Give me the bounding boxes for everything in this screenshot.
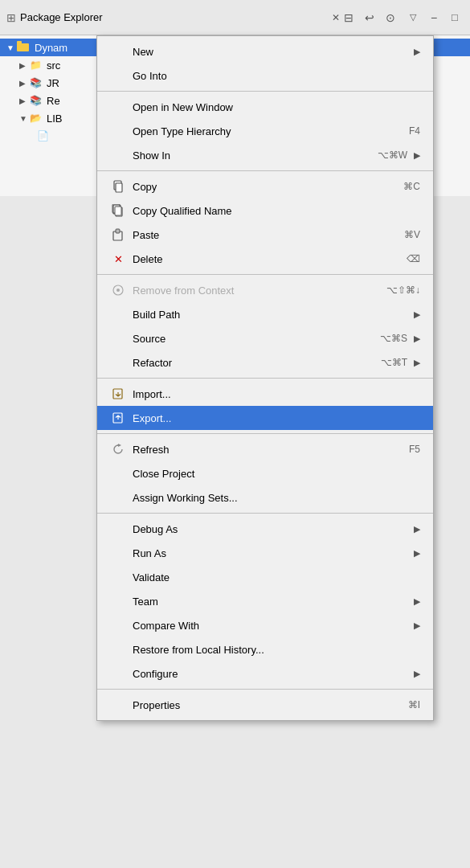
tree-label-dynam: Dynam (35, 42, 67, 54)
validate-icon (110, 569, 126, 585)
copy-label: Copy (133, 181, 384, 193)
menu-item-configure[interactable]: Configure ▶ (97, 661, 433, 686)
tree-label-jr: JR (47, 77, 59, 89)
show-in-label: Show In (133, 149, 358, 162)
context-menu: New ▶ Go Into Open in New Window Open Ty… (96, 35, 434, 721)
menu-item-restore-local-history[interactable]: Restore from Local History... (97, 637, 433, 661)
debug-as-icon (110, 521, 126, 537)
open-new-window-icon (110, 99, 126, 115)
maximize-button[interactable]: □ (446, 9, 464, 27)
refactor-arrow: ▶ (414, 358, 420, 368)
remove-context-icon (110, 282, 126, 298)
properties-icon (110, 697, 126, 713)
restore-local-history-label: Restore from Local History... (133, 644, 420, 656)
folder-icon-lib: 📂 (30, 113, 42, 124)
menu-item-go-into[interactable]: Go Into (97, 63, 433, 88)
menu-item-debug-as[interactable]: Debug As ▶ (97, 517, 433, 541)
menu-item-remove-context[interactable]: Remove from Context ⌥⇧⌘↓ (97, 278, 433, 302)
svg-rect-1 (17, 41, 22, 44)
configure-arrow: ▶ (414, 669, 420, 679)
new-arrow: ▶ (414, 47, 420, 57)
open-type-hierarchy-icon (110, 123, 126, 139)
build-path-label: Build Path (133, 309, 407, 321)
svg-point-14 (117, 444, 119, 446)
run-as-label: Run As (133, 547, 407, 559)
menu-item-build-path[interactable]: Build Path ▶ (97, 302, 433, 326)
panel-icon: ⊞ (6, 11, 16, 24)
view-menu-button[interactable]: ⊙ (382, 9, 399, 27)
menu-item-refactor[interactable]: Refactor ⌥⌘T ▶ (97, 350, 433, 375)
debug-as-label: Debug As (133, 523, 407, 535)
menu-item-open-new-window[interactable]: Open in New Window (97, 95, 433, 119)
menu-item-open-type-hierarchy[interactable]: Open Type Hierarchy F4 (97, 119, 433, 143)
menu-item-close-project[interactable]: Close Project (97, 461, 433, 485)
menu-section-7: Debug As ▶ Run As ▶ Validate Team ▶ Comp… (97, 514, 433, 690)
menu-item-properties[interactable]: Properties ⌘I (97, 693, 433, 717)
configure-icon (110, 665, 126, 682)
menu-section-3: Copy ⌘C Copy Qualified Name Past (97, 171, 433, 275)
close-project-icon (110, 465, 126, 481)
refresh-label: Refresh (133, 444, 390, 456)
tree-arrow-re: ▶ (19, 96, 27, 105)
export-icon (110, 410, 126, 426)
menu-item-import[interactable]: Import... (97, 382, 433, 406)
menu-item-delete[interactable]: ✕ Delete ⌫ (97, 247, 433, 271)
paste-label: Paste (133, 229, 385, 241)
source-arrow: ▶ (414, 334, 420, 344)
dropdown-button[interactable]: ▽ (404, 9, 422, 27)
svg-rect-7 (115, 207, 121, 215)
delete-label: Delete (133, 253, 387, 265)
refactor-shortcut: ⌥⌘T (362, 357, 407, 368)
panel-header: ⊞ Package Explorer ✕ ⊟ ↩ ⊙ ▽ − □ (0, 0, 470, 35)
menu-item-show-in[interactable]: Show In ⌥⌘W ▶ (97, 143, 433, 167)
menu-item-new[interactable]: New ▶ (97, 39, 433, 63)
menu-item-compare-with[interactable]: Compare With ▶ (97, 613, 433, 637)
file-icon: 📄 (37, 130, 49, 141)
go-into-label: Go Into (133, 70, 420, 82)
menu-item-export[interactable]: Export... (97, 406, 433, 430)
collapse-button[interactable]: − (425, 9, 443, 27)
build-path-arrow: ▶ (414, 309, 420, 320)
assign-working-sets-label: Assign Working Sets... (133, 492, 420, 504)
panel-title: Package Explorer (20, 11, 329, 23)
paste-shortcut: ⌘V (385, 229, 420, 240)
tree-arrow-jr: ▶ (19, 79, 27, 88)
tree-label-lib: LIB (47, 113, 63, 125)
jar-icon-jr: 📚 (30, 77, 42, 88)
tree-arrow-lib: ▼ (19, 114, 27, 123)
menu-item-paste[interactable]: Paste ⌘V (97, 223, 433, 247)
menu-item-source[interactable]: Source ⌥⌘S ▶ (97, 326, 433, 350)
delete-icon: ✕ (110, 251, 126, 267)
menu-section-6: Refresh F5 Close Project Assign Working … (97, 434, 433, 514)
menu-item-refresh[interactable]: Refresh F5 (97, 437, 433, 461)
menu-item-team[interactable]: Team ▶ (97, 589, 433, 613)
menu-item-copy[interactable]: Copy ⌘C (97, 174, 433, 199)
show-in-arrow: ▶ (414, 150, 420, 161)
open-type-hierarchy-label: Open Type Hierarchy (133, 125, 390, 137)
menu-item-copy-qualified[interactable]: Copy Qualified Name (97, 199, 433, 223)
svg-rect-0 (17, 43, 29, 51)
copy-qualified-icon (110, 203, 126, 219)
src-icon: 📁 (30, 59, 42, 71)
remove-context-label: Remove from Context (133, 285, 367, 297)
debug-as-arrow: ▶ (414, 524, 420, 534)
source-shortcut: ⌥⌘S (361, 333, 407, 344)
remove-context-shortcut: ⌥⇧⌘↓ (367, 285, 420, 296)
compare-with-label: Compare With (133, 620, 407, 632)
refactor-label: Refactor (133, 357, 362, 369)
refactor-icon (110, 354, 126, 371)
menu-section-8: Properties ⌘I (97, 690, 433, 720)
toolbar-buttons: ⊟ ↩ ⊙ ▽ − □ (340, 9, 464, 27)
minimize-button[interactable]: ⊟ (340, 9, 358, 27)
panel-close-icon[interactable]: ✕ (332, 12, 340, 23)
svg-rect-3 (116, 183, 122, 192)
restore-button[interactable]: ↩ (361, 9, 378, 27)
build-path-icon (110, 306, 126, 322)
team-arrow: ▶ (414, 596, 420, 607)
menu-item-assign-working-sets[interactable]: Assign Working Sets... (97, 485, 433, 510)
menu-item-run-as[interactable]: Run As ▶ (97, 541, 433, 565)
assign-working-sets-icon (110, 489, 126, 506)
tree-label-src: src (47, 59, 60, 72)
menu-section-5: Import... Export... (97, 379, 433, 434)
menu-item-validate[interactable]: Validate (97, 565, 433, 589)
